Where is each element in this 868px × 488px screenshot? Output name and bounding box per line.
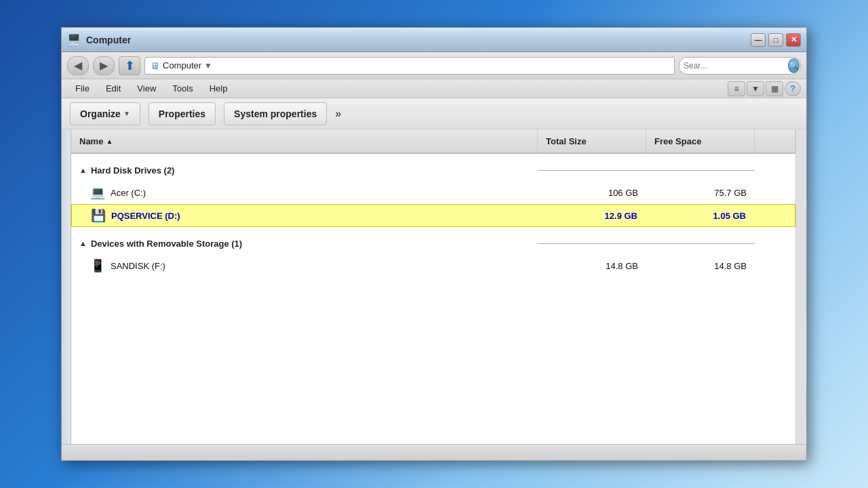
help-button[interactable]: ? (785, 81, 801, 96)
file-row-pqservice[interactable]: 💾 PQSERVICE (D:) 12.9 GB 1.05 GB (71, 204, 795, 227)
search-input[interactable] (684, 61, 785, 70)
breadcrumb[interactable]: 🖥 Computer ▼ (144, 57, 675, 75)
view-dropdown-button[interactable]: ▼ (747, 81, 764, 96)
properties-button[interactable]: Properties (149, 102, 216, 125)
window-title: Computer (86, 35, 751, 45)
sidebar (62, 129, 71, 444)
sandisk-free-space: 14.8 GB (646, 261, 755, 271)
forward-button[interactable]: ▶ (93, 56, 115, 75)
file-row-sandisk[interactable]: 📱 SANDISK (F:) 14.8 GB 14.8 GB (71, 254, 795, 277)
sandisk-total-size: 14.8 GB (538, 261, 646, 271)
search-button[interactable]: 🔍 (788, 58, 800, 73)
organize-button[interactable]: Organize ▼ (70, 102, 140, 125)
acer-drive-icon: 💻 (90, 185, 105, 200)
back-icon: ◀ (74, 59, 82, 72)
acer-total-size: 106 GB (538, 188, 646, 198)
maximize-button[interactable]: □ (768, 33, 783, 47)
removable-collapse-icon[interactable]: ▲ (79, 239, 87, 247)
title-bar-controls: — □ ✕ (751, 33, 801, 47)
section-hard-disks: ▲ Hard Disk Drives (2) (71, 159, 795, 181)
sandisk-drive-name: SANDISK (F:) (111, 261, 165, 271)
section-line-1 (538, 170, 646, 171)
properties-label: Properties (159, 108, 205, 119)
acer-free-space: 75.7 GB (646, 188, 755, 198)
sandisk-drive-icon: 📱 (90, 258, 105, 273)
file-list: ▲ Hard Disk Drives (2) (71, 154, 795, 280)
breadcrumb-text: Computer (163, 60, 201, 70)
content-area: Name ▲ Total Size Free Space ▲ (62, 129, 806, 444)
close-button[interactable]: ✕ (786, 33, 801, 47)
pqservice-total-size: 12.9 GB (537, 211, 646, 221)
menu-bar: File Edit View Tools Help ≡ ▼ ▦ ? (62, 79, 806, 98)
acer-drive-name: Acer (C:) (111, 188, 146, 198)
system-properties-label: System properties (234, 108, 317, 119)
computer-window: 🖥️ Computer — □ ✕ ◀ ▶ ⬆ 🖥 Computer ▼ (61, 27, 807, 461)
section-removable: ▲ Devices with Removable Storage (1) (71, 232, 795, 254)
status-bar (62, 444, 806, 460)
column-headers: Name ▲ Total Size Free Space (71, 129, 795, 154)
section-hard-disks-title: ▲ Hard Disk Drives (2) (71, 165, 538, 176)
col-header-extra (755, 129, 795, 152)
col-header-free-space[interactable]: Free Space (646, 129, 755, 152)
section-line-3 (538, 243, 646, 244)
sort-arrow-icon: ▲ (106, 138, 113, 145)
main-content: Name ▲ Total Size Free Space ▲ (71, 129, 795, 444)
system-properties-button[interactable]: System properties (224, 102, 327, 125)
section-line-4 (646, 243, 755, 244)
file-row-acer[interactable]: 💻 Acer (C:) 106 GB 75.7 GB (71, 181, 795, 204)
view-panel-button[interactable]: ▦ (766, 81, 783, 96)
pqservice-free-space: 1.05 GB (646, 211, 754, 221)
desktop: 🖥️ Computer — □ ✕ ◀ ▶ ⬆ 🖥 Computer ▼ (0, 0, 868, 488)
search-icon: 🔍 (789, 61, 799, 70)
back-button[interactable]: ◀ (67, 56, 89, 75)
section-removable-title: ▲ Devices with Removable Storage (1) (71, 239, 538, 249)
window-icon: 🖥️ (67, 33, 81, 47)
minimize-button[interactable]: — (751, 33, 766, 47)
forward-icon: ▶ (100, 59, 108, 72)
address-bar: ◀ ▶ ⬆ 🖥 Computer ▼ 🔍 (62, 52, 806, 79)
pqservice-drive-icon: 💾 (91, 208, 106, 223)
hard-disks-collapse-icon[interactable]: ▲ (79, 166, 87, 174)
organize-label: Organize (80, 108, 121, 119)
breadcrumb-icon: 🖥 (151, 60, 160, 71)
section-line-2 (646, 170, 755, 171)
toolbar: Organize ▼ Properties System properties … (62, 98, 806, 129)
menu-help[interactable]: Help (201, 81, 236, 96)
up-button[interactable]: ⬆ (119, 56, 140, 75)
search-box: 🔍 (679, 57, 801, 75)
scrollbar[interactable] (795, 129, 806, 444)
more-icon: » (335, 108, 341, 120)
menu-edit[interactable]: Edit (98, 81, 129, 96)
view-list-button[interactable]: ≡ (728, 81, 745, 96)
organize-chevron-icon: ▼ (123, 110, 130, 117)
view-controls: ≡ ▼ ▦ ? (728, 81, 801, 96)
breadcrumb-chevron-icon: ▼ (204, 61, 212, 70)
menu-file[interactable]: File (67, 81, 98, 96)
menu-tools[interactable]: Tools (164, 81, 201, 96)
menu-view[interactable]: View (129, 81, 164, 96)
col-header-total-size[interactable]: Total Size (538, 129, 646, 152)
up-icon: ⬆ (125, 58, 135, 73)
col-header-name[interactable]: Name ▲ (71, 129, 538, 152)
title-bar: 🖥️ Computer — □ ✕ (62, 28, 806, 52)
pqservice-drive-name: PQSERVICE (D:) (111, 211, 180, 221)
